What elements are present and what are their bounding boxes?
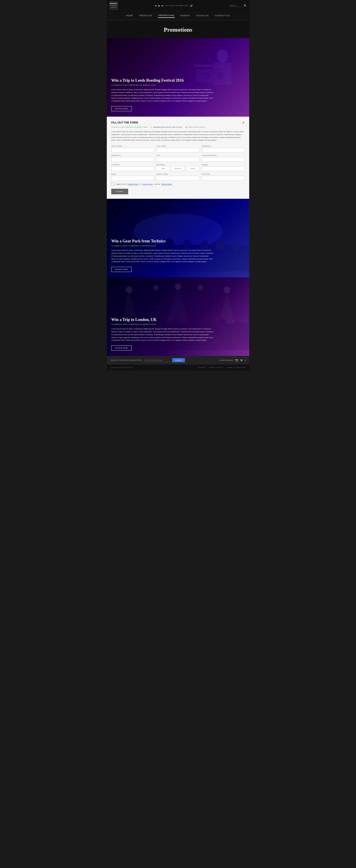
logo-area: RelentlessENERGY DRINK [109, 1, 118, 10]
state-input[interactable] [202, 157, 245, 162]
promo-date-1: 19 MARCH 2016 THROUGH 26 MARCH 2016 [111, 84, 245, 86]
state-group: STATE/PROVINCE [202, 155, 245, 162]
form-rules: 🔒 PROMOTIONAL RULES [185, 126, 205, 128]
promo-content-2: Win a Gear Pack from Technics 19 MARCH 2… [107, 199, 249, 277]
promo-title-3: Win a Trip to London, UK [111, 317, 245, 322]
address1-label: ADDRESS 1 [202, 145, 245, 147]
country-group: COUNTRY [111, 164, 154, 171]
facebook-icon[interactable]: f [245, 359, 246, 362]
enter-btn-1[interactable]: ENTER NOW [111, 106, 132, 111]
address2-group: ADDRESS 2 [111, 155, 154, 162]
birthday-row [156, 166, 199, 171]
promo-date-3: 19 MARCH 2016 THROUGH 26 MARCH 2016 [111, 323, 245, 326]
newsletter-email-input[interactable] [144, 359, 170, 362]
promo-card-3: Win a Trip to London, UK 19 MARCH 2016 T… [107, 277, 249, 356]
birthday-day[interactable] [156, 166, 170, 171]
captcha-input[interactable] [202, 176, 245, 181]
email-input[interactable] [111, 176, 154, 181]
form-description: Lorem ipsum dolor sit amet, consectetur … [111, 130, 245, 142]
birthday-label: BIRTHDAY [156, 164, 199, 165]
city-input[interactable] [156, 157, 199, 162]
enter-btn-2[interactable]: ENTER NOW [111, 267, 132, 272]
newsletter-label: Sign-Up for Our Newsletter [110, 359, 142, 361]
promo-desc-3: Lorem ipsum dolor sit amet, consectetur … [111, 328, 214, 342]
promo-card-2: Win a Gear Pack from Technics 19 MARCH 2… [107, 199, 249, 277]
nav-home[interactable]: HOME [126, 13, 133, 18]
official-rules-link[interactable]: Official Rules [161, 183, 172, 185]
page-title-section: Promotions [107, 20, 249, 38]
search-input[interactable] [230, 4, 243, 7]
country-label: COUNTRY [111, 164, 154, 165]
promo-content-1: Win a Trip to Leeds Reeding Festival 201… [107, 38, 249, 117]
footer-terms-link[interactable]: TERMS & CONDITIONS [227, 367, 246, 368]
play-icon[interactable]: ▶ [158, 4, 160, 7]
agree-text: I agree to the [116, 183, 126, 185]
form-submit-button[interactable]: SUBMIT [111, 189, 128, 194]
phone-label: PHONE [202, 164, 245, 165]
site-logo[interactable]: RelentlessENERGY DRINK [109, 1, 118, 10]
nav-products[interactable]: PRODUCTS [139, 13, 153, 18]
nav-promotions[interactable]: PROMOTIONS [158, 13, 175, 18]
promo-title-1: Win a Trip to Leeds Reeding Festival 201… [111, 78, 245, 83]
captcha-group: CAPTCHA [202, 174, 245, 181]
star-icon: ⭐ [151, 126, 153, 128]
search-area: 🔍 [230, 4, 247, 7]
phone-group: PHONE [202, 164, 245, 171]
verify-email-input[interactable] [156, 176, 199, 181]
promo-content-3: Win a Trip to London, UK 19 MARCH 2016 T… [107, 277, 249, 356]
last-name-input[interactable] [156, 148, 199, 152]
form-meta: 19 MARCH 2016 THROUGH 26 MARCH 2016 ⭐ WI… [111, 126, 245, 128]
nav-studio[interactable]: STUDIO #5 [196, 13, 209, 18]
top-bar: RelentlessENERGY DRINK ⏮ ▶ ⏭ GET LUCKY B… [107, 0, 249, 11]
privacy-link[interactable]: Privacy Policy [127, 183, 138, 185]
form-header: FILL OUT THE FORM ✕ [111, 121, 245, 124]
twitter-icon[interactable]: 🐦 [240, 359, 243, 362]
footer-copyright: © 2016 RELENTLESS ENERGY [110, 367, 133, 368]
lock-icon: 🔒 [185, 126, 187, 128]
terms-link[interactable]: Terms of Use [142, 183, 153, 185]
footer: © 2016 RELENTLESS ENERGY CONTACT PRIVACY… [107, 365, 249, 371]
promo-date-2: 19 MARCH 2016 THROUGH 26 MARCH 2016 [111, 245, 245, 247]
promo-card-1: Win a Trip to Leeds Reeding Festival 201… [107, 38, 249, 117]
enter-btn-3[interactable]: ENTER NOW [111, 345, 132, 350]
first-name-input[interactable] [111, 148, 154, 152]
instagram-icon[interactable]: 📷 [235, 359, 238, 362]
email-group: EMAIL [111, 174, 154, 181]
footer-privacy-link[interactable]: PRIVACY POLICY [209, 367, 223, 368]
form-fields-row1: FIRST NAME LAST NAME ADDRESS 1 [111, 145, 245, 152]
nav-contact[interactable]: CONTACT US [214, 13, 230, 18]
volume-icon[interactable]: 🔊 [190, 4, 193, 7]
form-fields-row3: COUNTRY BIRTHDAY PHONE [111, 164, 245, 171]
agree-row: I agree to the Privacy Policy & Terms of… [111, 183, 245, 186]
verify-email-group: VERIFY EMAIL [156, 174, 199, 181]
next-icon[interactable]: ⏭ [162, 4, 164, 7]
footer-contact-link[interactable]: CONTACT [198, 367, 206, 368]
form-section: FILL OUT THE FORM ✕ 19 MARCH 2016 THROUG… [107, 117, 249, 199]
captcha-label: CAPTCHA [202, 174, 245, 175]
last-name-label: LAST NAME [156, 145, 199, 147]
first-name-label: FIRST NAME [111, 145, 154, 147]
country-input[interactable] [111, 166, 154, 171]
newsletter-right: Follow Relentless 📷 🐦 f [219, 359, 246, 362]
audio-player: ⏮ ▶ ⏭ GET LUCKY BY DAFT PUNK 🔊 [155, 4, 192, 7]
birthday-month[interactable] [171, 166, 185, 171]
newsletter-bar: Sign-Up for Our Newsletter SUBMIT Follow… [107, 356, 249, 365]
page-title: Promotions [107, 27, 249, 33]
form-fields-row4: EMAIL VERIFY EMAIL CAPTCHA [111, 174, 245, 181]
address1-input[interactable] [202, 148, 245, 152]
close-form-button[interactable]: ✕ [242, 121, 245, 124]
agree-checkbox[interactable] [111, 183, 114, 186]
prev-icon[interactable]: ⏮ [155, 4, 157, 7]
phone-input[interactable] [202, 166, 245, 171]
address2-label: ADDRESS 2 [111, 155, 154, 156]
form-fields-row2: ADDRESS 2 CITY STATE/PROVINCE [111, 155, 245, 162]
search-icon[interactable]: 🔍 [244, 4, 247, 7]
promo-desc-1: Lorem ipsum dolor sit amet, consectetur … [111, 88, 214, 102]
first-name-group: FIRST NAME [111, 145, 154, 152]
promo-desc-2: Lorem ipsum dolor sit amet, consectetur … [111, 249, 214, 263]
state-label: STATE/PROVINCE [202, 155, 245, 156]
birthday-year[interactable] [186, 166, 200, 171]
nav-events[interactable]: EVENTS [180, 13, 190, 18]
address2-input[interactable] [111, 157, 154, 162]
newsletter-submit-button[interactable]: SUBMIT [172, 358, 185, 362]
